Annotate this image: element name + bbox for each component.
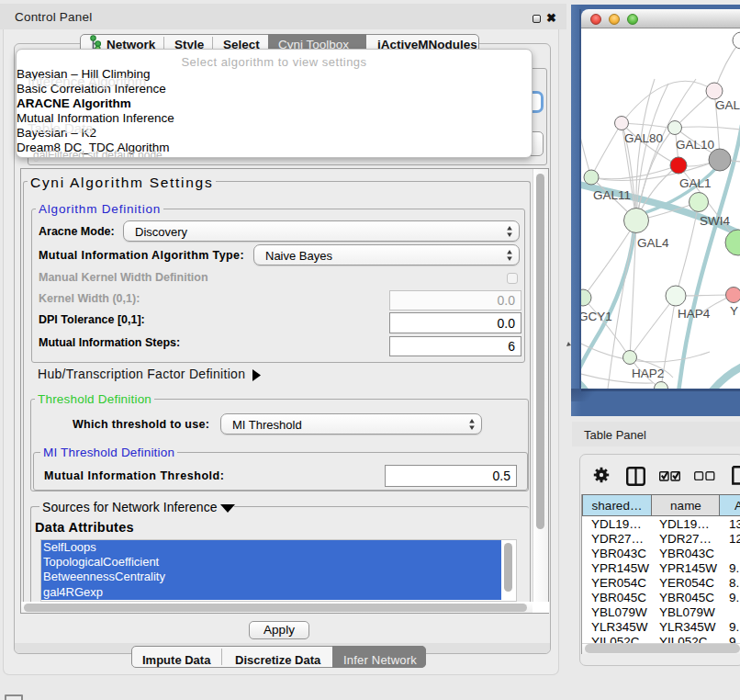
svg-text:GAL1: GAL1	[679, 176, 712, 190]
svg-text:GAL10: GAL10	[676, 138, 714, 152]
svg-text:GCY1: GCY1	[581, 310, 612, 323]
svg-text:GAL: GAL	[715, 98, 740, 112]
svg-text:Y: Y	[730, 304, 738, 318]
svg-text:GAL11: GAL11	[593, 188, 631, 202]
svg-text:HAP4: HAP4	[678, 307, 711, 321]
svg-text:HAP2: HAP2	[632, 367, 664, 380]
svg-text:GAL80: GAL80	[624, 131, 663, 145]
svg-text:SWI4: SWI4	[700, 214, 730, 228]
svg-text:GAL4: GAL4	[637, 236, 669, 250]
